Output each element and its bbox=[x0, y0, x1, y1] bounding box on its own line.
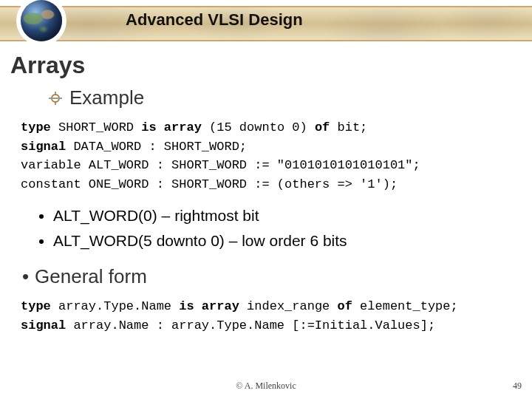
bullet-dot-icon: • bbox=[22, 265, 29, 287]
kw-type: type bbox=[21, 120, 51, 134]
code-text: element_type; bbox=[352, 299, 458, 313]
general-form-heading: •General form bbox=[22, 265, 522, 288]
subheading-row: Example bbox=[49, 86, 522, 109]
example-bullets: ALT_WORD(0) – rightmost bit ALT_WORD(5 d… bbox=[53, 204, 522, 252]
footer-author: © A. Milenkovic bbox=[0, 381, 532, 392]
code-text: array.Name : array.Type.Name [:=Initial.… bbox=[66, 318, 435, 332]
list-item: ALT_WORD(5 downto 0) – low order 6 bits bbox=[53, 229, 522, 253]
kw-of: of bbox=[338, 299, 352, 313]
code-general-block: type array.Type.Name is array index_rang… bbox=[21, 297, 522, 335]
footer-page-number: 49 bbox=[513, 381, 522, 392]
kw-type: type bbox=[21, 299, 51, 313]
kw-is-array: is array bbox=[179, 299, 239, 313]
code-text: bit; bbox=[330, 120, 367, 134]
kw-is-array: is array bbox=[141, 120, 202, 134]
slide-content: Arrays Example type SHORT_WORD is array … bbox=[0, 44, 532, 335]
kw-of: of bbox=[315, 120, 330, 134]
subheading-example: Example bbox=[69, 86, 144, 109]
code-text: DATA_WORD : SHORT_WORD; bbox=[66, 140, 247, 154]
header-title: Advanced VLSI Design bbox=[126, 10, 303, 30]
list-item: ALT_WORD(0) – rightmost bit bbox=[53, 204, 522, 228]
kw-signal: signal bbox=[21, 318, 66, 332]
code-text: constant ONE_WORD : SHORT_WORD := (other… bbox=[21, 177, 398, 191]
code-text: variable ALT_WORD : SHORT_WORD := "01010… bbox=[21, 158, 420, 172]
code-text: index_range bbox=[239, 299, 338, 313]
header-bar: Advanced VLSI Design bbox=[0, 0, 532, 44]
code-text: array.Type.Name bbox=[51, 299, 179, 313]
code-text: (15 downto 0) bbox=[202, 120, 315, 134]
crosshair-bullet-icon bbox=[49, 92, 62, 105]
code-example-block: type SHORT_WORD is array (15 downto 0) o… bbox=[21, 118, 522, 194]
code-text: SHORT_WORD bbox=[51, 120, 141, 134]
globe-icon bbox=[21, 0, 62, 41]
general-form-label: General form bbox=[35, 265, 147, 287]
kw-signal: signal bbox=[21, 140, 66, 154]
page-title: Arrays bbox=[10, 52, 522, 79]
